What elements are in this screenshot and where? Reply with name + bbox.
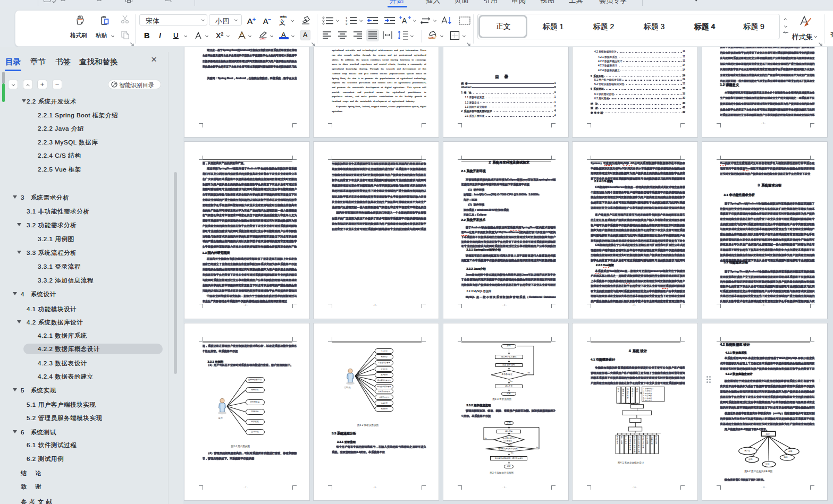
svg-text:A: A [402,16,407,25]
svg-text:3: 3 [346,22,348,25]
